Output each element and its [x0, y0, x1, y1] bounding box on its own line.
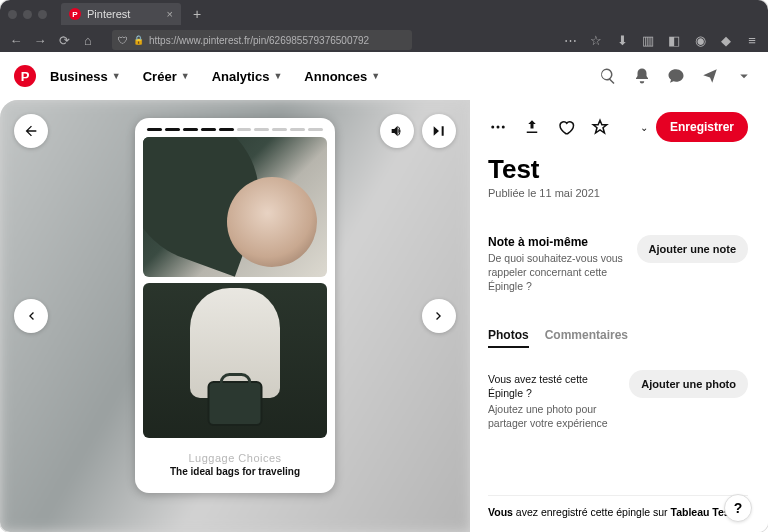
library-icon[interactable]: ▥: [640, 33, 656, 48]
notifications-icon[interactable]: [632, 66, 652, 86]
nav-analytics[interactable]: Analytics ▼: [204, 63, 291, 90]
sidebar-icon[interactable]: ◧: [666, 33, 682, 48]
tried-heading: Vous avez testé cette Épingle ?: [488, 372, 619, 400]
account-menu-icon[interactable]: [734, 66, 754, 86]
help-button[interactable]: ?: [724, 494, 752, 522]
pin-viewer: Luggage Choices The ideal bags for trave…: [0, 100, 470, 532]
add-photo-button[interactable]: Ajouter une photo: [629, 370, 748, 398]
reload-icon[interactable]: ⟳: [56, 33, 72, 48]
pin-title: Test: [488, 154, 748, 185]
board-picker-chevron-icon[interactable]: ⌄: [640, 122, 648, 133]
browser-tab[interactable]: P Pinterest ×: [61, 3, 181, 25]
site-header: P Business ▼ Créer ▼ Analytics ▼ Annonce…: [0, 52, 768, 100]
shield-icon: 🛡: [118, 35, 128, 46]
forward-browser-icon[interactable]: →: [32, 33, 48, 48]
pinterest-favicon-icon: P: [69, 8, 81, 20]
tab-title: Pinterest: [87, 8, 130, 20]
nav-ads-label: Annonces: [304, 69, 367, 84]
menu-browser-icon[interactable]: ≡: [744, 33, 760, 48]
minimize-window-icon[interactable]: [23, 10, 32, 19]
chevron-down-icon: ▼: [112, 71, 121, 81]
svg-point-2: [502, 126, 505, 129]
new-tab-button[interactable]: +: [193, 6, 201, 22]
nav-create[interactable]: Créer ▼: [135, 63, 198, 90]
pinterest-logo-icon[interactable]: P: [14, 65, 36, 87]
self-note-body: De quoi souhaitez-vous vous rappeler con…: [488, 251, 627, 294]
extension-icon[interactable]: ◆: [718, 33, 734, 48]
home-browser-icon[interactable]: ⌂: [80, 33, 96, 48]
save-button[interactable]: Enregistrer: [656, 112, 748, 142]
lock-icon: 🔒: [133, 35, 144, 45]
close-tab-icon[interactable]: ×: [167, 8, 173, 20]
next-story-button[interactable]: [422, 299, 456, 333]
footer-you: Vous: [488, 506, 513, 518]
chevron-down-icon: ▼: [371, 71, 380, 81]
nav-business-label: Business: [50, 69, 108, 84]
pin-details-panel: ⌄ Enregistrer Test Publiée le 11 mai 202…: [470, 100, 768, 532]
chevron-down-icon: ▼: [181, 71, 190, 81]
nav-create-label: Créer: [143, 69, 177, 84]
svg-point-0: [491, 126, 494, 129]
close-window-icon[interactable]: [8, 10, 17, 19]
detail-tabs: Photos Commentaires: [488, 328, 748, 348]
tab-comments[interactable]: Commentaires: [545, 328, 628, 348]
download-browser-icon[interactable]: ⬇: [614, 33, 630, 48]
story-title: Luggage Choices: [147, 452, 323, 464]
prev-story-button[interactable]: [14, 299, 48, 333]
nav-analytics-label: Analytics: [212, 69, 270, 84]
chevron-down-icon: ▼: [273, 71, 282, 81]
footer-text: avez enregistré cette épingle sur: [513, 506, 671, 518]
back-browser-icon[interactable]: ←: [8, 33, 24, 48]
star-browser-icon[interactable]: ☆: [588, 33, 604, 48]
more-browser-icon[interactable]: ⋯: [562, 33, 578, 48]
updates-icon[interactable]: [700, 66, 720, 86]
account-browser-icon[interactable]: ◉: [692, 33, 708, 48]
favorite-star-icon[interactable]: [590, 117, 610, 137]
nav-business[interactable]: Business ▼: [42, 63, 129, 90]
svg-point-1: [497, 126, 500, 129]
more-options-icon[interactable]: [488, 117, 508, 137]
tried-body: Ajoutez une photo pour partager votre ex…: [488, 402, 619, 430]
skip-end-button[interactable]: [422, 114, 456, 148]
story-subtitle: The ideal bags for traveling: [147, 466, 323, 477]
maximize-window-icon[interactable]: [38, 10, 47, 19]
nav-ads[interactable]: Annonces ▼: [296, 63, 388, 90]
add-note-button[interactable]: Ajouter une note: [637, 235, 748, 263]
tab-photos[interactable]: Photos: [488, 328, 529, 348]
story-image-2: [143, 283, 327, 438]
browser-chrome: P Pinterest × + ← → ⟳ ⌂ 🛡 🔒 https://www.…: [0, 0, 768, 52]
url-text: https://www.pinterest.fr/pin/62698557937…: [149, 35, 369, 46]
window-controls[interactable]: [8, 10, 47, 19]
back-button[interactable]: [14, 114, 48, 148]
story-progress: [147, 128, 323, 131]
sound-button[interactable]: [380, 114, 414, 148]
search-icon[interactable]: [598, 66, 618, 86]
saved-footer: Vous avez enregistré cette épingle sur T…: [488, 495, 748, 524]
address-bar[interactable]: 🛡 🔒 https://www.pinterest.fr/pin/6269855…: [112, 30, 412, 50]
self-note-heading: Note à moi-même: [488, 235, 627, 249]
like-icon[interactable]: [556, 117, 576, 137]
share-icon[interactable]: [522, 117, 542, 137]
story-image-1: [143, 137, 327, 277]
pin-publish-date: Publiée le 11 mai 2021: [488, 187, 748, 199]
story-card: Luggage Choices The ideal bags for trave…: [135, 118, 335, 493]
messages-icon[interactable]: [666, 66, 686, 86]
